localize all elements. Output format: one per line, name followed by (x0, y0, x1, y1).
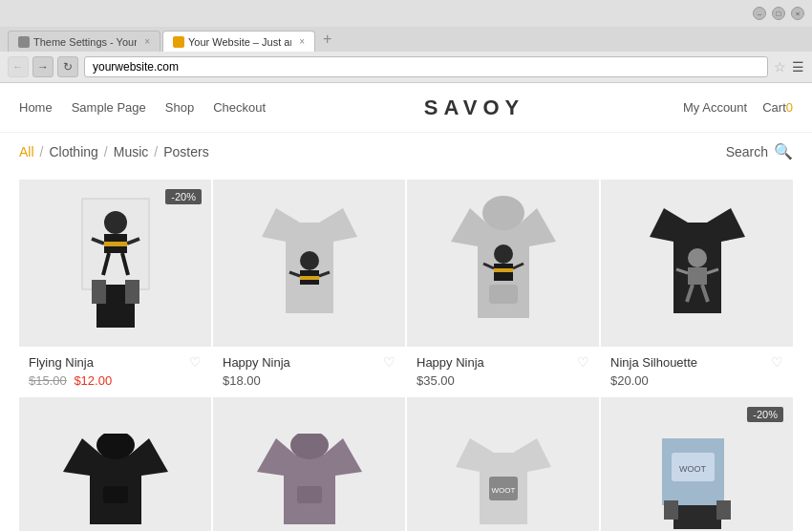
svg-rect-9 (92, 280, 106, 304)
price-2: $18.00 (223, 373, 261, 388)
tab-favicon-2 (173, 36, 184, 48)
product-image-1 (19, 180, 211, 347)
forward-button[interactable]: → (32, 56, 53, 77)
product-card-1[interactable]: -20% Flying Ninja ♡ $15.00 $12.00 (19, 180, 211, 395)
breadcrumb-sep-3: / (154, 144, 158, 159)
tab-label-2: Your Website – Just anoth... (188, 36, 291, 48)
tab-favicon-1 (18, 36, 30, 48)
breadcrumb-all[interactable]: All (19, 144, 34, 159)
product-image-6 (213, 397, 405, 531)
tab-close-2[interactable]: × (299, 36, 305, 47)
main-menu: Home Sample Page Shop Checkout (19, 100, 266, 115)
cart-link[interactable]: Cart0 (762, 100, 793, 115)
product-svg-7: WOOT (441, 434, 566, 529)
product-card-7[interactable]: WOOT ♡ (407, 397, 599, 531)
svg-rect-27 (688, 267, 707, 285)
product-card-5[interactable]: ♡ (19, 397, 211, 531)
nav-sample-page[interactable]: Sample Page (72, 100, 146, 115)
product-image-7: WOOT (407, 397, 599, 531)
product-info-2: Happy Ninja ♡ $18.00 (213, 347, 405, 395)
product-svg-8: WOOT (645, 434, 750, 529)
svg-point-18 (482, 196, 524, 230)
browser-tab-1[interactable]: Theme Settings - Your W... × (8, 31, 160, 52)
product-name-3: Happy Ninja (417, 355, 484, 370)
product-info-1: Flying Ninja ♡ $15.00 $12.00 (19, 347, 211, 395)
breadcrumb: All / Clothing / Music / Posters (19, 144, 209, 159)
price-4: $20.00 (610, 373, 649, 388)
top-navigation: Home Sample Page Shop Checkout SAVOY My … (0, 83, 812, 133)
nav-shop[interactable]: Shop (165, 100, 194, 115)
product-image-4 (601, 180, 793, 347)
nav-home[interactable]: Home (19, 100, 53, 115)
maximize-button[interactable]: □ (772, 7, 785, 20)
bookmark-icon[interactable]: ☆ (774, 59, 786, 74)
svg-rect-24 (489, 285, 518, 304)
wishlist-button-3[interactable]: ♡ (577, 354, 589, 370)
svg-rect-45 (664, 500, 678, 520)
browser-menu-icon[interactable]: ☰ (792, 59, 804, 74)
price-3: $35.00 (417, 373, 455, 388)
breadcrumb-clothing[interactable]: Clothing (49, 144, 97, 159)
old-price-1: $15.00 (29, 373, 67, 388)
browser-actions: ☆ ☰ (774, 59, 804, 74)
products-grid: -20% Flying Ninja ♡ $15.00 $12.00 (0, 180, 812, 531)
product-badge-1: -20% (165, 189, 202, 204)
product-card-4[interactable]: Ninja Silhouette ♡ $20.00 (601, 180, 793, 395)
nav-checkout[interactable]: Checkout (213, 100, 266, 115)
wishlist-button-4[interactable]: ♡ (771, 354, 783, 370)
product-name-2: Happy Ninja (223, 355, 290, 370)
product-svg-3 (441, 189, 566, 337)
product-card-6[interactable]: ♡ (213, 397, 405, 531)
nav-buttons: ← → ↻ (8, 56, 78, 77)
window-controls[interactable]: – □ × (753, 7, 804, 20)
browser-address-bar: ← → ↻ ☆ ☰ (0, 52, 812, 82)
my-account-link[interactable]: My Account (683, 100, 747, 115)
product-info-4: Ninja Silhouette ♡ $20.00 (601, 347, 793, 395)
wishlist-button-1[interactable]: ♡ (189, 354, 202, 370)
svg-rect-5 (104, 242, 127, 246)
search-label: Search (726, 144, 768, 159)
new-tab-button[interactable]: + (315, 27, 339, 52)
svg-rect-44 (673, 505, 721, 529)
site-logo: SAVOY (266, 96, 683, 120)
product-price-4: $20.00 (610, 373, 783, 388)
svg-text:WOOT: WOOT (679, 464, 706, 474)
close-button[interactable]: × (791, 7, 804, 20)
minimize-button[interactable]: – (753, 7, 766, 20)
product-svg-1 (63, 189, 168, 337)
product-svg-4 (635, 189, 759, 337)
product-badge-8: -20% (747, 407, 783, 422)
product-card-3[interactable]: Happy Ninja ♡ $35.00 (407, 180, 599, 395)
product-image-2 (213, 180, 405, 347)
search-bar[interactable]: Search 🔍 (726, 142, 793, 160)
product-price-3: $35.00 (417, 373, 589, 388)
new-price-1: $12.00 (74, 373, 112, 388)
cart-count: 0 (786, 100, 793, 115)
svg-rect-34 (103, 486, 128, 503)
browser-chrome: – □ × Theme Settings - Your W... × Your … (0, 0, 812, 83)
browser-title-bar: – □ × (0, 0, 812, 27)
top-right-nav: My Account Cart0 (683, 100, 793, 115)
svg-text:WOOT: WOOT (491, 486, 515, 495)
svg-rect-46 (716, 500, 731, 520)
svg-point-1 (104, 211, 127, 234)
back-button[interactable]: ← (8, 56, 29, 77)
tab-close-1[interactable]: × (144, 36, 150, 47)
reload-button[interactable]: ↻ (57, 56, 78, 77)
website-content: Home Sample Page Shop Checkout SAVOY My … (0, 83, 812, 531)
product-card-2[interactable]: Happy Ninja ♡ $18.00 (213, 180, 405, 395)
product-card-8[interactable]: WOOT -20% ♡ (601, 397, 793, 531)
breadcrumb-music[interactable]: Music (114, 144, 149, 159)
svg-point-26 (688, 248, 707, 267)
product-svg-5 (53, 434, 178, 529)
browser-tab-2[interactable]: Your Website – Just anoth... × (162, 31, 315, 52)
breadcrumb-sep-1: / (40, 144, 44, 159)
product-info-3: Happy Ninja ♡ $35.00 (407, 347, 599, 395)
svg-rect-14 (300, 276, 319, 280)
svg-rect-37 (297, 486, 322, 503)
breadcrumb-posters[interactable]: Posters (163, 144, 208, 159)
wishlist-button-2[interactable]: ♡ (383, 354, 395, 370)
tab-label-1: Theme Settings - Your W... (33, 36, 137, 48)
address-input[interactable] (84, 56, 768, 77)
svg-rect-21 (494, 268, 513, 272)
